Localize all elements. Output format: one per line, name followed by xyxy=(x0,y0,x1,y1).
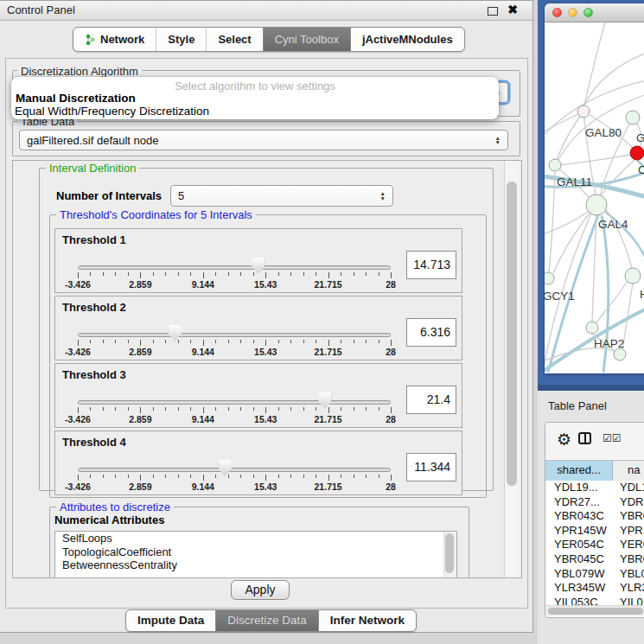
numerical-attributes-list[interactable]: SelfLoopsTopologicalCoefficientBetweenne… xyxy=(54,531,457,578)
node-top-right[interactable] xyxy=(626,111,640,124)
attributes-list-scrollbar[interactable] xyxy=(443,532,456,578)
cell-shared-name[interactable]: YBR043C xyxy=(545,509,613,524)
network-canvas[interactable]: GAL80GACGAL11GAL4GCY1HHAP2 xyxy=(545,22,644,373)
numerical-attributes-label: Numerical Attributes xyxy=(54,513,164,526)
gear-icon[interactable]: ⚙ xyxy=(557,430,571,450)
cell-name[interactable]: YLR3 xyxy=(613,581,644,596)
split-table-icon[interactable] xyxy=(578,432,591,444)
tab-infer-network[interactable]: Infer Network xyxy=(318,610,416,631)
tab-discretize-data[interactable]: Discretize Data xyxy=(215,610,318,631)
cell-shared-name[interactable]: YBL079W xyxy=(545,567,613,582)
node-bottom[interactable] xyxy=(614,348,626,360)
zoom-traffic-light-icon[interactable] xyxy=(583,8,593,17)
threshold-value-field[interactable]: 11.344 xyxy=(406,453,456,481)
threshold-value-field[interactable]: 21.4 xyxy=(406,386,456,414)
network-window-titlebar[interactable] xyxy=(545,3,644,22)
table-data-combobox[interactable]: galFiltered.sif default node ▲▼ xyxy=(19,130,508,150)
table-horizontal-scrollbar[interactable] xyxy=(545,605,644,615)
dropdown-option-equal-width-frequency[interactable]: Equal Width/Frequency Discretization xyxy=(11,105,499,118)
table-row[interactable]: YBR043CYBR0 xyxy=(545,509,644,524)
minimize-traffic-light-icon[interactable] xyxy=(568,8,577,17)
node-label-ga: GA xyxy=(636,131,644,144)
cell-name[interactable]: YER0 xyxy=(613,538,644,552)
control-panel-titlebar: Control Panel ✖ xyxy=(0,1,532,21)
number-of-intervals-combobox[interactable]: 5 ▲▼ xyxy=(170,185,393,207)
threshold-value-field[interactable]: 6.316 xyxy=(406,318,456,347)
desktop: Control Panel ✖ Network Style Sel xyxy=(0,0,644,644)
tab-select-label: Select xyxy=(218,29,251,50)
table-row[interactable]: YDR27...YDR2 xyxy=(545,495,644,510)
table-row[interactable]: YER054CYER0 xyxy=(545,538,644,552)
tab-network-label: Network xyxy=(100,29,144,50)
node-h[interactable] xyxy=(625,268,641,284)
node-hap2[interactable] xyxy=(586,322,598,334)
tab-select[interactable]: Select xyxy=(206,28,262,51)
table-data-combobox-value: galFiltered.sif default node xyxy=(27,134,158,147)
panel-scrollbar[interactable] xyxy=(504,161,520,577)
cell-name[interactable]: YPR1 xyxy=(613,524,644,539)
tab-style[interactable]: Style xyxy=(156,28,206,51)
slider-ticks xyxy=(78,475,391,481)
number-of-intervals-label: Number of Intervals xyxy=(56,189,162,202)
cell-name[interactable]: YDL1 xyxy=(613,481,644,495)
table-row[interactable]: YBL079WYBL0 xyxy=(545,567,644,582)
threshold-slider-track[interactable] xyxy=(78,333,391,337)
cell-shared-name[interactable]: YDL19... xyxy=(545,481,613,495)
threshold-4-panel: Threshold 4-3.4262.8599.14415.4321.71528… xyxy=(54,430,462,495)
attribute-list-item[interactable]: BetweennessCentrality xyxy=(55,558,456,572)
float-window-icon[interactable] xyxy=(488,7,498,16)
checkbox-icons[interactable]: ☑☑ xyxy=(603,432,622,444)
cell-shared-name[interactable]: YDR27... xyxy=(545,495,613,510)
network-edge xyxy=(557,112,583,160)
cell-shared-name[interactable]: YBR045C xyxy=(545,552,613,567)
threshold-slider-track[interactable] xyxy=(78,265,391,270)
control-panel-tabbar: Network Style Select Cyni Toolbox jActiv… xyxy=(73,27,465,52)
cell-shared-name[interactable]: YER054C xyxy=(545,538,613,552)
bottom-tabbar: Impute Data Discretize Data Infer Networ… xyxy=(125,609,417,632)
cell-shared-name[interactable]: YLR345W xyxy=(545,581,613,596)
node-red-selected[interactable] xyxy=(630,146,644,160)
algorithm-dropdown-popup: Select algorithm to view settings Manual… xyxy=(11,77,499,119)
table-hscrollbar-thumb[interactable] xyxy=(548,608,643,615)
network-tab-icon xyxy=(85,34,96,45)
network-edge xyxy=(555,155,630,165)
tab-jactivemnodules[interactable]: jActiveMNodules xyxy=(350,28,464,51)
table-panel-title: Table Panel xyxy=(548,399,607,412)
node-gal11[interactable] xyxy=(549,159,561,171)
threshold-slider-track[interactable] xyxy=(78,468,391,472)
tab-infer-network-label: Infer Network xyxy=(330,611,405,630)
cell-name[interactable]: YBR0 xyxy=(613,509,644,524)
close-icon[interactable]: ✖ xyxy=(507,3,518,16)
cell-name[interactable]: YBL0 xyxy=(613,567,644,582)
node-label-gal4: GAL4 xyxy=(598,218,628,231)
tab-cyni-toolbox[interactable]: Cyni Toolbox xyxy=(263,28,350,51)
threshold-label: Threshold 4 xyxy=(62,436,126,449)
network-graph: GAL80GACGAL11GAL4GCY1HHAP2 xyxy=(545,22,644,373)
cell-name[interactable]: YBR0 xyxy=(613,552,644,567)
table-row[interactable]: YLR345WYLR3 xyxy=(545,581,644,596)
close-traffic-light-icon[interactable] xyxy=(552,8,562,17)
panel-scrollbar-thumb[interactable] xyxy=(507,182,517,486)
node-gal80[interactable] xyxy=(577,105,590,118)
table-row[interactable]: YBR045CYBR0 xyxy=(545,552,644,567)
network-view-frame: GAL80GACGAL11GAL4GCY1HHAP2 xyxy=(538,0,644,391)
attribute-list-item[interactable]: TopologicalCoefficient xyxy=(55,545,456,559)
column-header-shared[interactable]: shared... xyxy=(545,461,613,481)
attribute-list-item[interactable]: SelfLoops xyxy=(55,532,456,545)
node-gcy1[interactable] xyxy=(545,272,554,284)
discretization-algorithm-group-title: Discretization Algorithm xyxy=(17,65,142,78)
table-row[interactable]: YPR145WYPR1 xyxy=(545,524,644,539)
threshold-slider-track[interactable] xyxy=(78,400,391,405)
slider-ticks xyxy=(78,272,391,279)
column-header-name[interactable]: na xyxy=(613,461,644,481)
settings-scroll-panel: Interval Definition Number of Intervals … xyxy=(12,160,522,578)
table-row[interactable]: YDL19...YDL1 xyxy=(545,481,644,495)
tab-network[interactable]: Network xyxy=(73,28,156,51)
cell-shared-name[interactable]: YPR145W xyxy=(545,524,613,539)
cell-name[interactable]: YDR2 xyxy=(613,495,644,510)
tab-impute-data[interactable]: Impute Data xyxy=(126,610,215,631)
dropdown-option-manual-discretization[interactable]: Manual Discretization xyxy=(11,92,499,105)
node-gal4[interactable] xyxy=(586,194,607,215)
apply-button[interactable]: Apply xyxy=(231,580,290,600)
threshold-value-field[interactable]: 14.713 xyxy=(406,251,456,279)
